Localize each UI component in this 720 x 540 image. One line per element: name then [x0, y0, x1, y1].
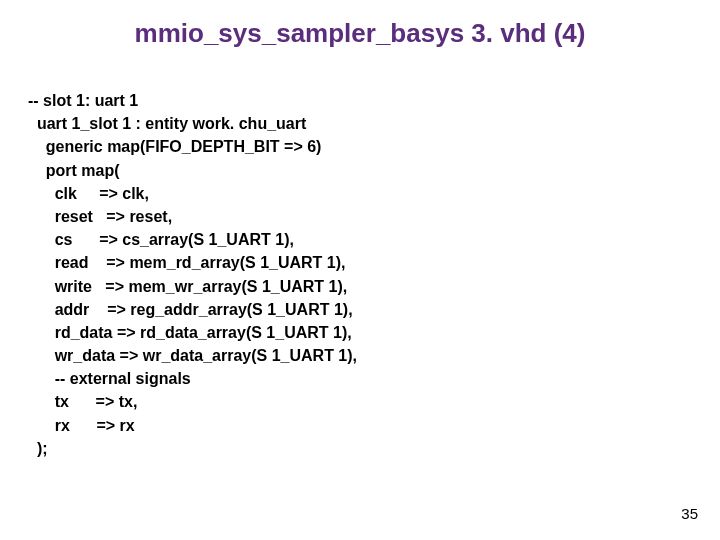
code-line: cs => cs_array(S 1_UART 1),	[28, 231, 294, 248]
code-line: wr_data => wr_data_array(S 1_UART 1),	[28, 347, 357, 364]
code-line: rd_data => rd_data_array(S 1_UART 1),	[28, 324, 352, 341]
code-line: port map(	[28, 162, 120, 179]
vhdl-code-block: -- slot 1: uart 1 uart 1_slot 1 : entity…	[0, 57, 720, 460]
code-line: generic map(FIFO_DEPTH_BIT => 6)	[28, 138, 321, 155]
page-number: 35	[681, 505, 698, 522]
code-line: -- slot 1: uart 1	[28, 92, 138, 109]
code-line: rx => rx	[28, 417, 135, 434]
code-line: uart 1_slot 1 : entity work. chu_uart	[28, 115, 306, 132]
slide-title: mmio_sys_sampler_basys 3. vhd (4)	[0, 0, 720, 57]
code-line: );	[28, 440, 48, 457]
code-line: -- external signals	[28, 370, 191, 387]
code-line: tx => tx,	[28, 393, 137, 410]
code-line: reset => reset,	[28, 208, 172, 225]
code-line: clk => clk,	[28, 185, 149, 202]
code-line: write => mem_wr_array(S 1_UART 1),	[28, 278, 347, 295]
code-line: addr => reg_addr_array(S 1_UART 1),	[28, 301, 353, 318]
code-line: read => mem_rd_array(S 1_UART 1),	[28, 254, 345, 271]
